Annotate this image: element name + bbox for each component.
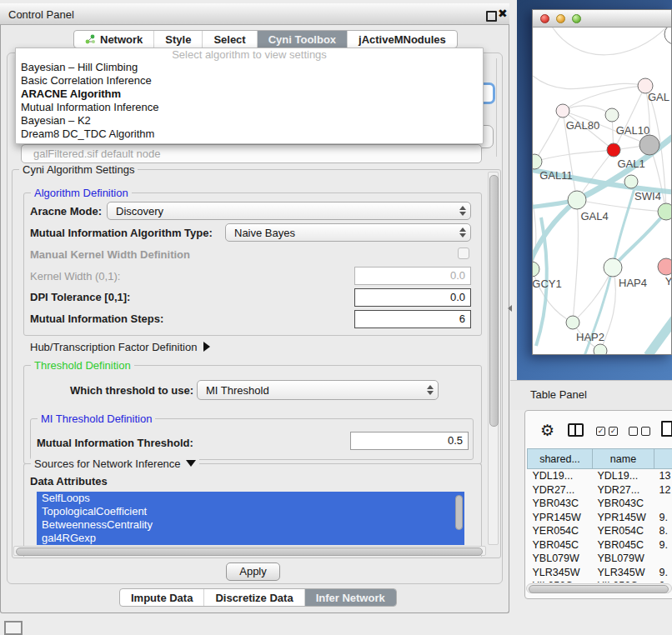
aracne-mode-combo[interactable]: Discovery xyxy=(107,202,471,220)
hub-definition-toggle[interactable]: Hub/Transcription Factor Definition xyxy=(30,341,210,353)
network-canvas[interactable]: GALGAL80GAL10GAL1GAL11SWI4GAL4GCY1HAP4YH… xyxy=(533,28,671,354)
network-node-label: HAP2 xyxy=(576,331,604,343)
export-table-icon[interactable] xyxy=(661,421,672,437)
settings-vertical-scrollbar[interactable] xyxy=(488,172,499,545)
algorithm-definition-title: Algorithm Definition xyxy=(31,187,132,199)
table-row[interactable]: YER054CYER054C8. xyxy=(528,524,672,538)
network-node[interactable] xyxy=(594,344,607,354)
minimize-traffic-light-icon[interactable] xyxy=(556,14,565,23)
attribute-item[interactable]: SelfLoops xyxy=(37,492,464,505)
network-node-gal10[interactable] xyxy=(605,108,619,122)
minimized-panel-icon[interactable] xyxy=(4,621,23,635)
float-window-icon[interactable] xyxy=(486,11,497,22)
data-table-combo[interactable]: galFiltered.sif default node xyxy=(21,144,482,163)
kernel-width-label: Kernel Width (0,1): xyxy=(30,270,120,282)
attribute-item[interactable]: TopologicalCoefficient xyxy=(37,505,464,518)
deselect-all-columns-icon[interactable] xyxy=(629,427,650,436)
network-view-window[interactable]: GALGAL80GAL10GAL1GAL11SWI4GAL4GCY1HAP4YH… xyxy=(532,9,672,355)
kernel-width-field[interactable]: 0.0 xyxy=(354,267,471,285)
apply-button[interactable]: Apply xyxy=(226,562,280,581)
scrollbar-thumb[interactable] xyxy=(529,585,669,593)
network-node-hap2[interactable] xyxy=(566,316,579,329)
collapsed-arrow-icon xyxy=(203,342,210,352)
table-clip: shared...name YDL19...YDL19...13YDR27...… xyxy=(527,448,672,582)
network-node-swi4[interactable] xyxy=(624,175,638,188)
bottom-tab-discretize-data[interactable]: Discretize Data xyxy=(204,589,304,606)
tab-select[interactable]: Select xyxy=(203,31,257,48)
table-row[interactable]: YIL052CYIL052C0. xyxy=(528,579,672,582)
table-cell: YDR27... xyxy=(593,483,654,498)
table-row[interactable]: YBL079WYBL079W xyxy=(528,552,672,566)
table-row[interactable]: YDR27...YDR27...12 xyxy=(528,483,672,498)
network-node-hap4[interactable] xyxy=(604,258,622,277)
algorithm-option[interactable]: ARACNE Algorithm xyxy=(16,88,483,101)
algorithm-option[interactable]: Bayesian – Hill Climbing xyxy=(16,61,483,74)
tab-network[interactable]: Network xyxy=(74,31,154,48)
mi-steps-field[interactable]: 6 xyxy=(354,310,471,328)
manual-kernel-label: Manual Kernel Width Definition xyxy=(30,248,190,261)
node-table[interactable]: shared...name YDL19...YDL19...13YDR27...… xyxy=(527,448,672,582)
mi-threshold-group-title: MI Threshold Definition xyxy=(38,412,155,425)
tab-jactivemnodules[interactable]: jActiveMNodules xyxy=(348,31,457,48)
data-attributes-list: SelfLoopsTopologicalCoefficientBetweenne… xyxy=(37,492,464,545)
network-node-label: GAL4 xyxy=(580,210,608,222)
tab-style[interactable]: Style xyxy=(154,31,203,48)
table-cell: YBR045C xyxy=(528,538,593,552)
stepper-icon xyxy=(455,202,470,219)
bottom-tab-impute-data[interactable]: Impute Data xyxy=(120,589,204,606)
network-node[interactable] xyxy=(664,28,671,44)
table-column-header[interactable] xyxy=(654,449,672,469)
table-row[interactable]: YDL19...YDL19...13 xyxy=(528,469,672,483)
which-threshold-combo[interactable]: MI Threshold xyxy=(197,380,439,400)
attribute-item[interactable]: gal4RGexp xyxy=(37,532,464,545)
network-node-y[interactable] xyxy=(658,258,671,275)
table-row[interactable]: YPR145WYPR145W9. xyxy=(528,511,672,525)
network-node-gal1[interactable] xyxy=(607,143,620,157)
scrollbar-thumb[interactable] xyxy=(489,175,499,427)
algorithm-option[interactable]: Mutual Information Inference xyxy=(16,101,483,114)
table-column-header[interactable]: shared... xyxy=(528,449,593,469)
close-traffic-light-icon[interactable] xyxy=(540,14,549,23)
network-node-gcy1[interactable] xyxy=(533,262,539,277)
network-node-label: GAL80 xyxy=(566,119,599,132)
table-row[interactable]: YLR345WYLR345W9. xyxy=(528,566,672,580)
gear-icon[interactable]: ⚙ xyxy=(540,421,554,440)
mi-threshold-field[interactable]: 0.5 xyxy=(350,432,469,450)
table-cell xyxy=(654,497,672,511)
network-node-gal80[interactable] xyxy=(556,104,569,118)
table-cell: YPR145W xyxy=(593,511,654,525)
dpi-tolerance-field[interactable]: 0.0 xyxy=(354,288,471,307)
bottom-tab-infer-network[interactable]: Infer Network xyxy=(305,589,396,606)
tab-cyni-toolbox[interactable]: Cyni Toolbox xyxy=(258,31,348,48)
table-cell: YBR043C xyxy=(593,497,654,511)
network-node-gal11[interactable] xyxy=(533,154,542,169)
attribute-item[interactable]: BetweennessCentrality xyxy=(37,518,464,532)
algorithm-option[interactable]: Basic Correlation Inference xyxy=(16,74,483,88)
network-node[interactable] xyxy=(639,135,659,155)
list-scrollbar[interactable] xyxy=(455,495,463,530)
table-row[interactable]: YBR045CYBR045C9. xyxy=(528,538,672,552)
select-all-columns-icon[interactable]: ✓✓ xyxy=(596,427,618,436)
algorithm-option[interactable]: Bayesian – K2 xyxy=(16,114,483,128)
aracne-mode-value: Discovery xyxy=(108,205,455,218)
table-row[interactable]: YBR043CYBR043C xyxy=(528,497,672,511)
tab-label: Cyni Toolbox xyxy=(268,33,336,46)
table-cell: YLR345W xyxy=(593,566,654,580)
column-browser-icon[interactable] xyxy=(568,423,584,437)
control-panel-tabbar: NetworkStyleSelectCyni ToolboxjActiveMNo… xyxy=(73,30,458,48)
settings-horizontal-scrollbar[interactable] xyxy=(13,546,486,556)
mi-type-combo[interactable]: Naive Bayes xyxy=(225,223,471,242)
algorithm-option[interactable]: Dream8 DC_TDC Algorithm xyxy=(16,128,483,141)
table-horizontal-scrollbar[interactable] xyxy=(526,583,672,593)
manual-kernel-checkbox[interactable] xyxy=(458,248,469,259)
table-column-header[interactable]: name xyxy=(593,449,654,469)
splitter-collapse-icon[interactable] xyxy=(508,305,512,312)
network-node-gal4[interactable] xyxy=(568,191,586,209)
network-window-titlebar[interactable] xyxy=(533,10,671,28)
zoom-traffic-light-icon[interactable] xyxy=(572,14,581,23)
network-node-label: GCY1 xyxy=(533,278,562,290)
scrollbar-thumb[interactable] xyxy=(16,548,483,556)
sources-group-title[interactable]: Sources for Network Inference xyxy=(31,458,199,470)
network-node[interactable] xyxy=(658,203,671,220)
close-icon[interactable]: ✖ xyxy=(498,7,508,20)
